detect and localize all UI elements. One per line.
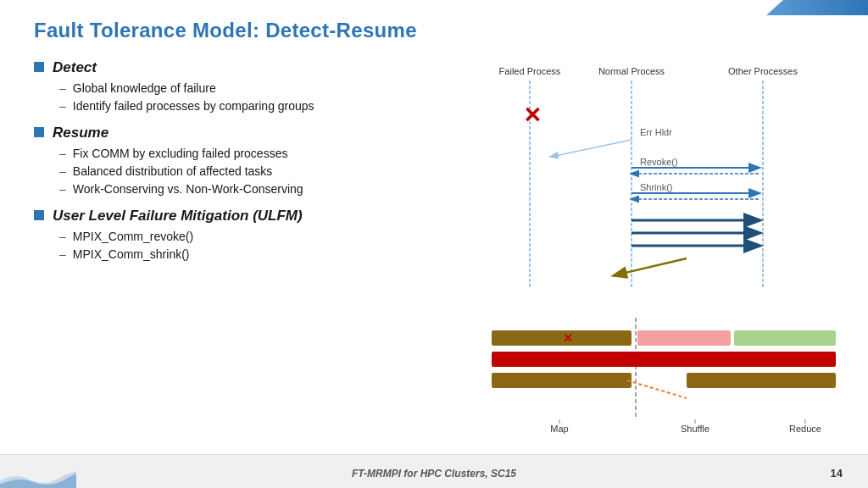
failed-label: Failed Process: [499, 66, 561, 76]
svg-text:Revoke(): Revoke(): [640, 157, 678, 167]
footer-bar: FT-MRMPI for HPC Clusters, SC15 14: [0, 454, 868, 488]
svg-text:Shuffle: Shuffle: [681, 424, 709, 434]
ulfm-bullet: User Level Failure Mitigation (ULFM): [34, 208, 475, 225]
resume-sub-1-text: Fix COMM by excluding failed processes: [73, 147, 288, 160]
right-diagram: Failed Process Normal Process Other Proc…: [483, 59, 848, 466]
resume-bullet: Resume: [34, 125, 475, 141]
corner-decoration: [766, 0, 868, 15]
footer-page-number: 14: [831, 467, 843, 480]
resume-sub-2-text: Balanced distribution of affected tasks: [73, 164, 273, 178]
svg-text:Shrink(): Shrink(): [640, 182, 673, 192]
resume-sub-3-text: Work-Conserving vs. Non-Work-Conserving: [73, 182, 303, 196]
ulfm-label: User Level Failure Mitigation (ULFM): [53, 208, 303, 225]
slide-title: Fault Tolerance Model: Detect-Resume: [34, 19, 417, 42]
svg-text:Reduce: Reduce: [789, 424, 821, 434]
sequence-diagram: Failed Process Normal Process Other Proc…: [483, 59, 848, 305]
dash-7: –: [59, 247, 66, 261]
dash-5: –: [59, 182, 66, 196]
detect-sub-2-text: Identify failed processes by comparing g…: [73, 99, 314, 113]
svg-text:Map: Map: [550, 424, 568, 434]
ulfm-sub-1-text: MPIX_Comm_revoke(): [73, 230, 193, 243]
ulfm-sub-2: – MPIX_Comm_shrink(): [59, 247, 475, 261]
svg-rect-19: [637, 330, 731, 346]
detect-label: Detect: [53, 59, 97, 76]
detect-sub-2: – Identify failed processes by comparing…: [59, 99, 475, 113]
svg-rect-17: [492, 330, 632, 346]
detect-sub-1: – Global knowledge of failure: [59, 81, 475, 95]
bullet-square-detect: [34, 62, 44, 72]
ulfm-sub-2-text: MPIX_Comm_shrink(): [73, 247, 190, 261]
svg-rect-22: [492, 373, 632, 388]
svg-text:✕: ✕: [523, 103, 542, 128]
svg-rect-20: [734, 330, 836, 346]
dash-6: –: [59, 230, 66, 243]
left-content: Detect – Global knowledge of failure – I…: [34, 59, 475, 273]
wave-decoration: [0, 454, 76, 488]
detect-bullet: Detect: [34, 59, 475, 76]
resume-sub-bullets: – Fix COMM by excluding failed processes…: [34, 147, 475, 196]
bar-diagram: ✕ Map Shuffle Reduce: [483, 318, 848, 445]
other-label: Other Processes: [728, 66, 798, 76]
dash-2: –: [59, 99, 66, 113]
detect-sub-bullets: – Global knowledge of failure – Identify…: [34, 81, 475, 113]
bullet-square-ulfm: [34, 210, 44, 220]
detect-section: Detect – Global knowledge of failure – I…: [34, 59, 475, 113]
svg-text:✕: ✕: [563, 331, 573, 345]
svg-line-5: [551, 140, 632, 157]
dash-1: –: [59, 81, 66, 95]
resume-section: Resume – Fix COMM by excluding failed pr…: [34, 125, 475, 196]
resume-sub-3: – Work-Conserving vs. Non-Work-Conservin…: [59, 182, 475, 196]
ulfm-section: User Level Failure Mitigation (ULFM) – M…: [34, 208, 475, 261]
svg-text:Err Hldr: Err Hldr: [640, 127, 672, 137]
ulfm-sub-1: – MPIX_Comm_revoke(): [59, 230, 475, 243]
detect-sub-1-text: Global knowledge of failure: [73, 81, 216, 95]
bullet-square-resume: [34, 127, 44, 137]
footer-citation: FT-MRMPI for HPC Clusters, SC15: [352, 468, 516, 480]
svg-line-15: [615, 258, 687, 275]
resume-label: Resume: [53, 125, 108, 141]
ulfm-sub-bullets: – MPIX_Comm_revoke() – MPIX_Comm_shrink(…: [34, 230, 475, 261]
normal-label: Normal Process: [598, 66, 665, 76]
resume-sub-1: – Fix COMM by excluding failed processes: [59, 147, 475, 160]
dash-3: –: [59, 147, 66, 160]
svg-rect-21: [492, 352, 836, 367]
dash-4: –: [59, 164, 66, 178]
svg-rect-24: [687, 373, 836, 388]
resume-sub-2: – Balanced distribution of affected task…: [59, 164, 475, 178]
